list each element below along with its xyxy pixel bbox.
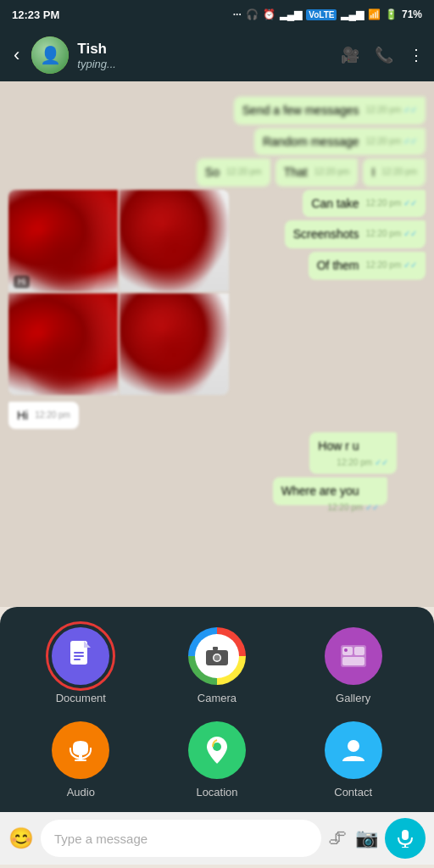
- attach-audio[interactable]: Audio: [52, 721, 109, 798]
- message-bubble: How r u 12:20 pm ✓✓: [309, 432, 397, 474]
- status-time: 12:23 PM: [12, 8, 59, 21]
- svg-rect-14: [75, 760, 86, 761]
- message-text: Can take: [311, 197, 359, 210]
- status-bar: 12:23 PM ··· 🎧 ⏰ ▂▄▆ VoLTE ▂▄▆ 📶 🔋 71%: [0, 0, 434, 29]
- rose-image-3: [8, 293, 118, 395]
- audio-icon: [66, 736, 95, 765]
- svg-point-6: [214, 655, 220, 661]
- paperclip-icon[interactable]: 🖇: [328, 827, 347, 849]
- back-button[interactable]: ‹: [10, 41, 23, 70]
- message-bubble: Can take 12:20 pm ✓✓: [303, 190, 426, 218]
- svg-rect-7: [213, 647, 218, 650]
- gallery-circle: [325, 627, 382, 685]
- message-bubble: So 12:20 pm: [197, 159, 270, 186]
- document-circle: [52, 627, 109, 685]
- message-time: 12:20 pm: [35, 409, 70, 421]
- message-text: So: [205, 165, 220, 179]
- attach-camera[interactable]: Camera: [188, 627, 246, 704]
- location-label: Location: [196, 786, 237, 798]
- battery-percent: 71%: [402, 8, 422, 20]
- attach-contact[interactable]: Contact: [325, 721, 382, 798]
- video-call-icon[interactable]: 🎥: [341, 46, 359, 64]
- image-cell-1: Hi: [8, 190, 118, 292]
- more-options-icon[interactable]: ⋮: [409, 46, 424, 64]
- gallery-icon: [339, 643, 368, 669]
- chat-header: ‹ 👤 Tish typing... 🎥 📞 ⋮: [0, 29, 434, 81]
- avatar-image: 👤: [31, 36, 69, 74]
- message-text: Where are you: [281, 484, 359, 498]
- contact-info[interactable]: Tish typing...: [77, 41, 332, 70]
- chat-area: Send a few messages 12:20 pm ✓✓ Random m…: [0, 81, 434, 607]
- lte-icon: VoLTE: [306, 9, 337, 20]
- message-bubble: That 12:20 pm: [275, 159, 359, 186]
- network-bars-icon: ▂▄▆: [280, 8, 303, 20]
- rose-image-4: [120, 293, 229, 395]
- contact-status: typing...: [77, 58, 332, 70]
- svg-rect-17: [402, 830, 409, 840]
- message-time: 12:20 pm ✓✓: [337, 457, 387, 469]
- camera-label: Camera: [198, 692, 236, 704]
- svg-rect-9: [342, 647, 353, 655]
- mic-icon: [396, 829, 415, 848]
- camera-input-icon[interactable]: 📷: [355, 827, 378, 849]
- message-text: Hi: [17, 409, 28, 422]
- svg-rect-11: [342, 657, 364, 665]
- attachment-grid: Document Camera: [17, 627, 417, 798]
- message-bubble: Random message 12:20 pm ✓✓: [254, 128, 426, 156]
- mic-button[interactable]: [385, 818, 426, 859]
- document-label: Document: [56, 692, 106, 704]
- battery-icon: 🔋: [385, 8, 398, 20]
- alarm-icon: ⏰: [263, 8, 275, 20]
- signal-bars-icon: ▂▄▆: [341, 8, 364, 20]
- emoji-button[interactable]: 😊: [8, 826, 34, 850]
- image-cell-3: [8, 293, 118, 395]
- header-actions: 🎥 📞 ⋮: [341, 46, 424, 64]
- svg-rect-19: [402, 847, 409, 848]
- wifi-icon: 📶: [368, 8, 381, 20]
- message-list: Send a few messages 12:20 pm ✓✓ Random m…: [8, 90, 426, 520]
- image-cell-2: [120, 190, 229, 292]
- message-time: 12:20 pm ✓✓: [327, 502, 378, 514]
- attach-document[interactable]: Document: [52, 627, 109, 704]
- message-bubble: I 12:20 pm: [363, 159, 426, 186]
- message-input-field[interactable]: Type a message: [41, 820, 321, 857]
- attachment-menu: Document Camera: [0, 607, 434, 812]
- image-grid: Hi: [8, 190, 229, 395]
- message-time: 12:20 pm ✓✓: [366, 104, 417, 116]
- attach-location[interactable]: Location: [188, 721, 246, 798]
- message-bubble: Send a few messages 12:20 pm ✓✓: [234, 97, 426, 125]
- message-text: I: [371, 165, 375, 179]
- camera-icon: [205, 646, 229, 666]
- message-time: 12:20 pm ✓✓: [366, 136, 417, 147]
- location-circle: [188, 721, 246, 779]
- svg-rect-2: [74, 655, 84, 657]
- image-overlay: Hi: [14, 275, 30, 288]
- audio-label: Audio: [67, 786, 95, 798]
- input-placeholder: Type a message: [54, 832, 147, 846]
- message-text: Random message: [263, 135, 359, 148]
- contact-circle: [325, 721, 382, 779]
- input-action-icons: 🖇 📷: [328, 827, 378, 849]
- svg-point-12: [344, 648, 348, 652]
- voice-call-icon[interactable]: 📞: [375, 46, 393, 64]
- message-bubble: Of them 12:20 pm ✓✓: [309, 252, 426, 280]
- message-time: 12:20 pm: [226, 166, 262, 178]
- image-cell-4: [120, 293, 229, 395]
- signal-icon: ···: [233, 8, 242, 20]
- message-text: Screenshots: [293, 227, 359, 241]
- message-bubble: Where are you 12:20 pm ✓✓: [273, 477, 387, 505]
- svg-rect-1: [74, 652, 84, 654]
- message-time: 12:20 pm ✓✓: [366, 228, 417, 240]
- avatar[interactable]: 👤: [31, 36, 69, 74]
- headphone-icon: 🎧: [246, 8, 259, 20]
- contact-label: Contact: [334, 786, 372, 798]
- location-icon: [204, 735, 230, 765]
- message-time: 12:20 pm ✓✓: [366, 198, 417, 209]
- message-bubble: Hi 12:20 pm: [8, 402, 79, 430]
- svg-point-16: [348, 740, 359, 752]
- attach-gallery[interactable]: Gallery: [325, 627, 382, 704]
- svg-rect-3: [74, 659, 81, 660]
- message-time: 12:20 pm: [381, 166, 417, 178]
- message-text: Of them: [317, 259, 359, 272]
- input-bar: 😊 Type a message 🖇 📷: [0, 812, 434, 865]
